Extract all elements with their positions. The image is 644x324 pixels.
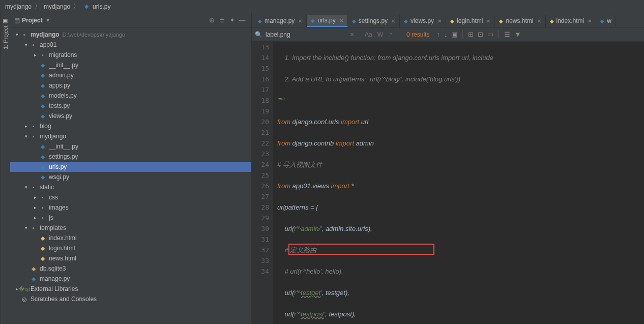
- settings-icon[interactable]: ✦: [227, 15, 237, 25]
- breadcrumb-file[interactable]: urls.py: [93, 3, 110, 10]
- close-icon[interactable]: ✕: [588, 18, 592, 24]
- tree-file[interactable]: ◆wsgi.py: [10, 172, 251, 182]
- folder-icon: ▪: [30, 225, 38, 231]
- close-icon[interactable]: ✕: [437, 18, 442, 24]
- python-icon: ◆: [39, 82, 47, 89]
- tree-folder-images[interactable]: ▸▪images: [10, 202, 251, 213]
- breadcrumb-folder[interactable]: mydjango: [44, 3, 70, 10]
- close-icon[interactable]: ✕: [486, 18, 490, 24]
- tree-file[interactable]: ◆apps.py: [10, 80, 251, 91]
- tree-folder-mydjango[interactable]: ▾▪mydjango: [10, 131, 251, 141]
- tree-file[interactable]: ◆index.html: [10, 233, 251, 243]
- tree-file[interactable]: ◆__init__.py: [10, 141, 251, 152]
- tab-settings[interactable]: ◆settings.py✕: [348, 15, 400, 27]
- python-icon: ◆: [39, 174, 47, 181]
- html-icon: ◆: [550, 18, 554, 24]
- next-match-icon[interactable]: ↓: [444, 31, 448, 38]
- python-icon: ◆: [600, 18, 604, 24]
- tree-external-libraries[interactable]: ▸�ışıExternal Libraries: [10, 284, 251, 294]
- tree-file[interactable]: ◆views.py: [10, 111, 251, 121]
- hide-icon[interactable]: —: [237, 15, 247, 25]
- folder-icon: ▪: [30, 42, 38, 48]
- whole-word-toggle[interactable]: W: [377, 31, 383, 38]
- project-title: Project: [22, 17, 43, 24]
- search-icon[interactable]: 🔍: [255, 31, 262, 38]
- divider: [499, 30, 499, 39]
- regex-toggle[interactable]: .*: [388, 31, 392, 38]
- source-code[interactable]: 1. Import the include() function: from d…: [273, 42, 644, 324]
- close-icon[interactable]: ✕: [537, 18, 541, 24]
- tree-file[interactable]: ◆news.html: [10, 253, 251, 263]
- project-dropdown-icon[interactable]: ▤: [14, 17, 20, 24]
- tree-file-urls[interactable]: ◆urls.py: [10, 162, 251, 172]
- tree-file[interactable]: ◆tests.py: [10, 101, 251, 111]
- folder-icon: ▪: [39, 194, 47, 200]
- tab-index-html[interactable]: ◆index.html✕: [546, 15, 597, 27]
- collapse-icon[interactable]: ≑: [217, 15, 227, 25]
- project-tool-tab[interactable]: 1: Project ▣: [0, 13, 10, 324]
- tree-folder-js[interactable]: ▸▪js: [10, 213, 251, 223]
- tree-folder-static[interactable]: ▾▪static: [10, 182, 251, 192]
- folder-icon: ▪: [30, 123, 38, 129]
- tree-scratches[interactable]: ◎Scratches and Consoles: [10, 294, 251, 304]
- tree-folder-blog[interactable]: ▸▪blog: [10, 121, 251, 131]
- tree-file[interactable]: ◆admin.py: [10, 70, 251, 80]
- breadcrumb-separator: 〉: [73, 2, 79, 11]
- project-tab-label: 1: Project: [3, 26, 9, 49]
- dropdown-icon[interactable]: ▼: [46, 18, 50, 23]
- tab-login-html[interactable]: ◆login.html✕: [446, 15, 495, 27]
- close-icon[interactable]: ✕: [391, 18, 395, 24]
- search-results-count: 0 results: [406, 31, 429, 38]
- close-icon[interactable]: ✕: [339, 18, 343, 23]
- tree-file[interactable]: ◆settings.py: [10, 152, 251, 162]
- python-icon: ◆: [39, 103, 47, 109]
- tree-file[interactable]: ◆db.sqlite3: [10, 263, 251, 274]
- search-input[interactable]: label.png: [266, 31, 347, 38]
- project-tree[interactable]: ▾▪mydjangoD:\web\devops\mydjango ▾▪app01…: [10, 27, 251, 324]
- folder-icon: ▪: [30, 184, 38, 190]
- tree-file[interactable]: ◆models.py: [10, 91, 251, 101]
- python-icon: ◆: [39, 113, 47, 120]
- tool-icon[interactable]: ⊡: [478, 31, 483, 38]
- html-icon: ◆: [499, 18, 503, 24]
- breadcrumb-bar: mydjango 〉 mydjango 〉 ◆ urls.py: [0, 0, 644, 13]
- tab-views[interactable]: ◆views.py✕: [400, 15, 446, 27]
- tab-manage[interactable]: ◆manage.py✕: [254, 15, 307, 27]
- tree-root[interactable]: ▾▪mydjangoD:\web\devops\mydjango: [10, 30, 251, 40]
- python-icon: ◆: [39, 143, 47, 150]
- close-search-icon[interactable]: ✕: [349, 31, 355, 38]
- project-panel: ▤ Project ▼ ⊕ ≑ ✦ — ▾▪mydjangoD:\web\dev…: [10, 13, 252, 324]
- tree-file[interactable]: ◆__init__.py: [10, 60, 251, 70]
- code-area: 13 14 15 16 17 18 19 20 21 22 23 24 25 2…: [252, 42, 644, 324]
- close-icon[interactable]: ✕: [298, 18, 302, 24]
- locate-icon[interactable]: ⊕: [207, 15, 217, 25]
- python-icon: ◆: [39, 93, 47, 99]
- match-case-toggle[interactable]: Aa: [365, 31, 372, 38]
- tree-folder-css[interactable]: ▸▪css: [10, 192, 251, 202]
- tree-file[interactable]: ◆login.html: [10, 243, 251, 253]
- prev-match-icon[interactable]: ↑: [436, 31, 440, 38]
- tab-news-html[interactable]: ◆news.html✕: [495, 15, 545, 27]
- divider: [398, 30, 398, 39]
- python-icon: ◆: [39, 164, 47, 170]
- folder-icon: ▪: [30, 133, 38, 139]
- tree-folder-migrations[interactable]: ▸▪migrations: [10, 50, 251, 60]
- python-file-icon: ◆: [82, 3, 91, 10]
- tab-urls[interactable]: ◆urls.py✕: [307, 15, 347, 27]
- tree-file[interactable]: ◆manage.py: [10, 274, 251, 284]
- tab-overflow[interactable]: ◆w: [596, 15, 616, 27]
- tree-folder-templates[interactable]: ▾▪templates: [10, 223, 251, 233]
- tree-folder-app01[interactable]: ▾▪app01: [10, 40, 251, 50]
- settings-toggle-icon[interactable]: ☰: [504, 31, 510, 38]
- editor-area: ◆manage.py✕ ◆urls.py✕ ◆settings.py✕ ◆vie…: [252, 13, 644, 324]
- python-icon: ◆: [39, 72, 47, 79]
- breadcrumb-root[interactable]: mydjango: [5, 3, 32, 10]
- tool-icon-2[interactable]: ▭: [487, 31, 493, 38]
- breadcrumb-separator: 〉: [35, 2, 41, 11]
- python-icon: ◆: [39, 154, 47, 160]
- filter-icon[interactable]: ▼: [514, 31, 521, 38]
- editor-tabs: ◆manage.py✕ ◆urls.py✕ ◆settings.py✕ ◆vie…: [252, 13, 644, 27]
- line-gutter: 13 14 15 16 17 18 19 20 21 22 23 24 25 2…: [252, 42, 273, 324]
- select-all-icon[interactable]: ▣: [451, 31, 457, 38]
- add-selection-icon[interactable]: ⊞: [468, 31, 474, 38]
